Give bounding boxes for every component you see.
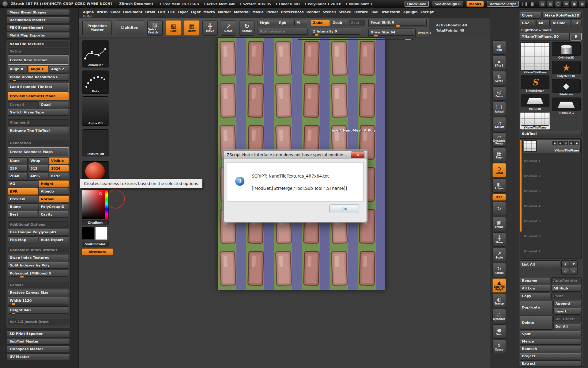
list-all-button[interactable]: List All [520, 260, 560, 268]
tool-thumb-plane3d-1[interactable]: Plane3D_1 [552, 98, 581, 114]
load-example-tiletool-button[interactable]: Load Example TileTool [8, 83, 69, 91]
clone-button[interactable]: Clone [520, 12, 542, 19]
polyf-button[interactable]: ▲ Line Fill PolyF [492, 278, 506, 293]
canvas-scrollbar-thumb[interactable] [405, 39, 411, 40]
create-new-tiletool-button[interactable]: Create New TileTool [8, 56, 69, 65]
res-512-button[interactable]: 512 [28, 165, 48, 172]
copy-button[interactable]: Copy [520, 293, 550, 299]
res-256-button[interactable]: 256 [8, 165, 28, 172]
quicksave-button[interactable]: QuickSave [405, 1, 429, 7]
tool-thumb-ynanotileplane-selected[interactable]: YNanoTilePlane [520, 112, 550, 129]
ghost-button[interactable]: ◌ Dynamic [492, 309, 506, 323]
menu-item[interactable]: Color [110, 10, 120, 14]
goz-visible-button[interactable]: Visible [551, 20, 571, 26]
zadd-button[interactable]: Zadd [311, 20, 330, 26]
plugin-item[interactable]: FBX ExportImport [7, 25, 70, 31]
canvas-height-slider[interactable]: Height 840 [8, 306, 69, 315]
height-map-button[interactable]: Height [39, 180, 69, 187]
preview-seamless-mode-button[interactable]: Preview Seamless Mode [8, 92, 69, 100]
autoreorder-button[interactable]: AutoReorder [551, 277, 582, 284]
res-1024-button[interactable]: 1024 [49, 165, 69, 172]
menu-item[interactable]: Stencil [323, 10, 336, 14]
spix-slider[interactable]: ▪ SPix 3 [492, 56, 506, 70]
lightbox-button[interactable]: LightBox [115, 21, 144, 35]
albedo-button[interactable]: Albedo [39, 188, 69, 195]
plugin-item[interactable]: Transpose Master [7, 346, 70, 352]
duplicate-button[interactable]: Duplicate [520, 300, 552, 314]
hue-strip[interactable] [105, 190, 108, 219]
focal-shift-slider[interactable]: Focal Shift 0 [368, 19, 427, 27]
move-down-icon[interactable]: ▼ [570, 260, 578, 267]
subtool-item-unused[interactable]: Unused 7 [522, 244, 581, 259]
plane-divide-resolution-slider[interactable]: Plane Divide Resolution 6 [8, 73, 69, 82]
main-color-swatch[interactable] [82, 227, 94, 240]
plugin-item[interactable]: 3D Print Exporter [7, 331, 70, 337]
align-y-button[interactable]: Align Y [28, 66, 48, 72]
secondary-color-swatch[interactable] [95, 227, 107, 240]
aahalf-button[interactable]: ½ AAHalf [492, 117, 506, 131]
menu-item[interactable]: Layer [178, 10, 188, 14]
res-2048-button[interactable]: 2048 [8, 173, 28, 179]
ao-button[interactable]: AO [8, 180, 38, 187]
append-button[interactable]: Append [553, 300, 582, 307]
res-4096-button[interactable]: 4096 [28, 173, 48, 179]
draw-size-slider[interactable]: Draw Size 64 [368, 29, 416, 37]
plugin-item[interactable]: Decimation Master [7, 17, 70, 23]
switchcolor-button[interactable]: SwitchColor [82, 242, 109, 247]
solo-toggle-icon[interactable]: ◒ [569, 141, 574, 145]
align-z-button[interactable]: Align Z [49, 66, 69, 72]
gradient-toggle[interactable]: Gradient [82, 220, 109, 225]
tool-thumb-polymesh3d[interactable]: PolyMesh3D [552, 61, 581, 78]
tool-thumb-cylinder3d[interactable]: Cylinder3D [552, 42, 581, 59]
move-bottom-icon[interactable]: ↻ [570, 268, 578, 275]
dialog-close-button[interactable]: × [351, 151, 364, 158]
menu-item[interactable]: Picker [266, 10, 278, 14]
zsub-button[interactable]: Zsub [331, 20, 348, 26]
z-intensity-slider[interactable]: Z Intensity 0 [311, 28, 361, 36]
create-seamless-maps-button[interactable]: Create Seamless Maps [8, 147, 69, 156]
rotate-button[interactable]: ↻ Rotate [492, 263, 506, 277]
remesh-button[interactable]: Remesh [520, 346, 582, 352]
split-button[interactable]: Split [520, 331, 582, 337]
auto-export-button[interactable]: Auto Export [39, 236, 69, 243]
menu-item[interactable]: Edit [158, 10, 165, 14]
menu-item[interactable]: Transform [381, 10, 401, 14]
menu-item[interactable]: Texture [354, 10, 368, 14]
solo-button[interactable]: ● Solo [492, 324, 506, 339]
eye-icon[interactable]: ◉ [552, 141, 557, 145]
subtool-header[interactable]: SubTool [520, 131, 582, 137]
color-picker[interactable] [82, 190, 109, 219]
polygroupid-button[interactable]: PolyGroupID [39, 203, 69, 210]
texture-thumb[interactable]: Texture Off [82, 129, 109, 156]
restore-canvas-size-button[interactable]: Restore Canvas Size [8, 289, 69, 296]
goz-r-button[interactable]: R [572, 20, 582, 26]
menu-item[interactable]: Render [307, 10, 320, 14]
scroll-button[interactable]: ⇅ Scroll [492, 71, 506, 85]
all-low-button[interactable]: All Low [520, 285, 550, 292]
lsym-button[interactable]: ◧ L.Sym [492, 178, 506, 193]
visible-button[interactable]: Visible [49, 157, 69, 164]
menu-item[interactable]: Macro [203, 10, 215, 14]
move-up-icon[interactable]: ▲ [561, 260, 569, 267]
rotate-button[interactable]: ↻ Rotate [239, 20, 254, 36]
plugin-item[interactable]: Maya Blend Shapes [7, 9, 70, 16]
draw-button[interactable]: ▦ Draw [184, 20, 199, 36]
cavity-button[interactable]: Cavity [39, 211, 69, 218]
move-button[interactable]: ╋ Move [202, 20, 218, 36]
actual-button[interactable]: 1:1 Actual [492, 102, 506, 116]
tool-thumb-simplebrush[interactable]: SimpleBrush [520, 75, 550, 92]
subtool-item-active[interactable]: ◉◈◍◒● YNanoTilePlane [522, 139, 581, 153]
wrap-button[interactable]: Wrap [28, 157, 48, 164]
ok-button[interactable]: OK [330, 205, 359, 213]
subtool-item-unused[interactable]: Unused 3 [522, 184, 581, 198]
dot-toggle-icon[interactable]: ● [575, 141, 579, 145]
make-polymesh3d-button[interactable]: Make PolyMesh3D [543, 12, 582, 19]
persp-button[interactable]: ▱ Dynamic Persp [492, 132, 506, 147]
restore-icon[interactable]: ▣ [571, 1, 578, 7]
subtool-item-unused[interactable]: Unused 1 [522, 154, 581, 168]
alternate-button[interactable]: Alternate [82, 248, 113, 255]
subtool-item-unused[interactable]: Unused 2 [522, 169, 581, 183]
menu-item[interactable]: Document [123, 10, 142, 14]
tool-thumb-edelstein[interactable]: Edelstein [552, 79, 581, 96]
best-button[interactable]: Best [8, 211, 38, 218]
